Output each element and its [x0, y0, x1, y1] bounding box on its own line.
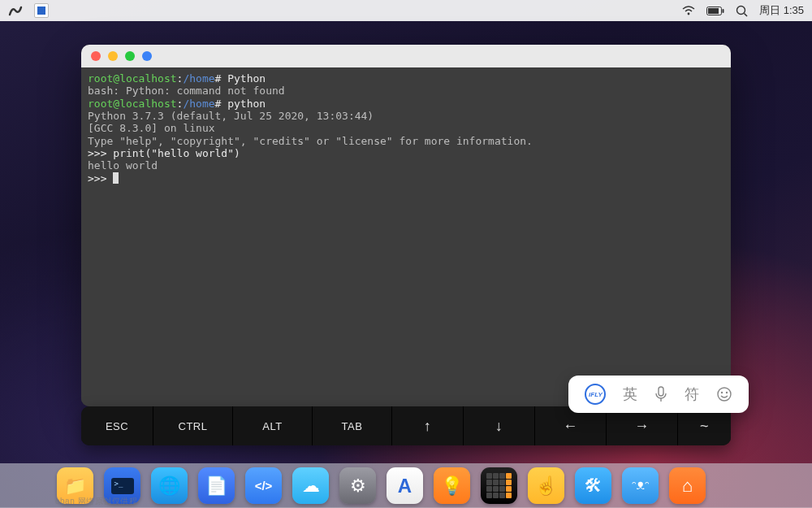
os-logo-icon[interactable] [8, 5, 23, 16]
active-app-icon[interactable] [34, 3, 49, 18]
microphone-icon[interactable] [654, 386, 667, 402]
key-ctrl[interactable]: CTRL [153, 406, 232, 445]
ifly-logo-icon: iFLY [585, 384, 606, 405]
maximize-icon[interactable] [125, 51, 135, 61]
terminal-line: [GCC 8.3.0] on linux [88, 122, 724, 134]
minimize-icon[interactable] [108, 51, 118, 61]
tools-app[interactable]: 🛠 [575, 467, 611, 504]
svg-rect-6 [659, 387, 663, 396]
menubar-clock[interactable]: 周日 1:35 [759, 3, 804, 18]
terminal-line: Type "help", "copyright", "credits" or "… [88, 135, 724, 147]
system-menubar: 周日 1:35 [0, 0, 812, 21]
text-editor-app[interactable]: 📄 [198, 467, 235, 504]
svg-point-0 [688, 13, 690, 15]
calculator-app[interactable] [481, 467, 517, 504]
svg-point-4 [737, 6, 745, 14]
battery-icon[interactable] [706, 7, 724, 15]
svg-point-9 [720, 392, 722, 393]
svg-rect-3 [723, 9, 724, 13]
extra-window-icon[interactable] [142, 51, 152, 61]
svg-line-5 [745, 13, 748, 16]
browser-app[interactable]: 🌐 [151, 467, 188, 504]
svg-rect-2 [708, 8, 719, 14]
terminal-line: root@localhost:/home# python [88, 98, 724, 110]
svg-point-10 [725, 392, 727, 393]
watermark-text: oban 网络原创仅供程 [55, 496, 137, 507]
close-icon[interactable] [91, 51, 101, 61]
key-↓[interactable]: ↓ [463, 406, 534, 445]
ime-brand-button[interactable]: iFLY [585, 384, 606, 405]
terminal-window: root@localhost:/home# Pythonbash: Python… [81, 45, 731, 406]
code-app[interactable]: </> [245, 467, 282, 504]
key-↑[interactable]: ↑ [391, 406, 463, 445]
ime-language-button[interactable]: 英 [623, 384, 637, 404]
terminal-line: Python 3.7.3 (default, Jul 25 2020, 13:0… [88, 110, 724, 122]
window-titlebar[interactable] [81, 45, 731, 67]
key-esc[interactable]: ESC [81, 406, 153, 445]
terminal-line: >>> print("hello world") [88, 147, 724, 159]
hand-app[interactable]: ☝ [528, 467, 564, 504]
svg-point-8 [718, 388, 731, 401]
search-icon[interactable] [736, 5, 748, 17]
tips-app[interactable]: 💡 [434, 467, 470, 504]
terminal-line: root@localhost:/home# Python [88, 72, 724, 85]
terminal-line: hello world [88, 159, 724, 172]
emoji-icon[interactable] [716, 386, 732, 402]
cat-app[interactable]: ᵔᴥᵔ [622, 467, 659, 504]
brand-app[interactable]: ⌂ [669, 467, 706, 504]
store-app[interactable]: A [387, 467, 423, 504]
settings-app[interactable]: ⚙ [339, 467, 376, 504]
key-alt[interactable]: ALT [232, 406, 312, 445]
terminal-output[interactable]: root@localhost:/home# Pythonbash: Python… [81, 67, 731, 406]
terminal-line: bash: Python: command not found [88, 85, 724, 97]
ime-symbols-button[interactable]: 符 [685, 384, 699, 404]
key-tab[interactable]: TAB [312, 406, 391, 445]
cloud-app[interactable]: ☁ [292, 467, 329, 504]
wifi-icon[interactable] [682, 6, 695, 15]
terminal-line: >>> [88, 172, 724, 185]
ime-panel: iFLY 英 符 [568, 376, 749, 413]
